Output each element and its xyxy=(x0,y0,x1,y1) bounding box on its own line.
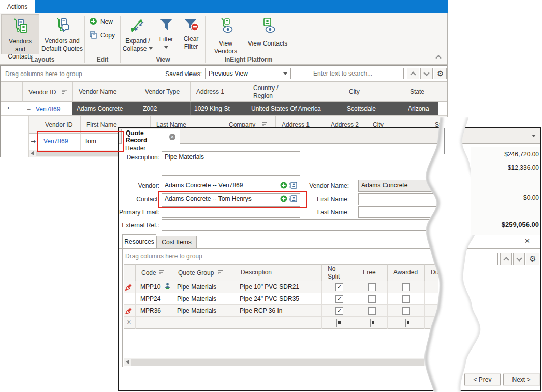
free-checkbox[interactable] xyxy=(370,319,371,327)
copy-button[interactable]: Copy xyxy=(89,30,118,41)
scroll-left-icon[interactable] xyxy=(126,360,129,364)
resource-code-cell: MPP24 xyxy=(140,295,160,302)
tab-actions-label: Actions xyxy=(7,3,27,10)
resource-quote-group-cell: Pipe Materials xyxy=(177,283,216,291)
col-header-vendor-name[interactable]: Vendor Name xyxy=(72,82,139,102)
vendors-and-contacts-button[interactable]: Vendors and Contacts xyxy=(1,14,39,54)
expand-collapse-label-1: Expand / xyxy=(125,37,150,45)
selected-row-band[interactable]: Adams Concrete Z002 1029 King St United … xyxy=(72,102,438,115)
vendor-label: Vendor: xyxy=(121,182,159,190)
description-label: Description: xyxy=(121,154,159,161)
close-tab-icon[interactable]: ✕ xyxy=(169,134,175,140)
chevron-up-icon xyxy=(503,257,509,263)
tab-resources[interactable]: Resources xyxy=(122,234,156,249)
sort-ascending-icon xyxy=(159,269,166,277)
col-header-quote-group[interactable]: Quote Group xyxy=(172,264,235,281)
resource-description-cell: Pipe 24" PVC SDR35 xyxy=(240,295,299,302)
free-checkbox[interactable] xyxy=(368,295,376,303)
vendor-id-cell[interactable]: − Ven7869 xyxy=(23,103,72,115)
col-header-description[interactable]: Description xyxy=(235,264,321,281)
tab-actions[interactable]: Actions xyxy=(0,0,35,13)
total-amount-2: $12,336.00 xyxy=(463,164,539,171)
add-vendor-icon[interactable] xyxy=(280,182,287,191)
new-button[interactable]: New xyxy=(89,16,118,27)
description-field[interactable]: Pipe Materials xyxy=(162,151,300,176)
col-header-country-region[interactable]: Country / Region xyxy=(247,82,343,102)
collapse-toggle[interactable]: − xyxy=(27,106,31,113)
search-options-button[interactable]: ⚙ xyxy=(434,68,447,79)
clear-filter-button[interactable]: Clear Filter xyxy=(179,16,203,57)
awarded-checkbox[interactable] xyxy=(402,283,410,291)
col-header-state[interactable]: State xyxy=(404,82,438,102)
chevron-down-icon xyxy=(149,47,153,50)
primary-email-field[interactable] xyxy=(162,206,300,218)
find-options-button[interactable]: ⚙ xyxy=(526,253,539,265)
saved-views-combo[interactable]: Previous View xyxy=(205,68,291,79)
free-checkbox[interactable] xyxy=(368,283,376,291)
scrollbar-thumb[interactable] xyxy=(131,359,424,366)
resources-hscrollbar[interactable] xyxy=(124,358,438,366)
expand-collapse-button[interactable]: Expand / Collapse xyxy=(122,16,153,57)
ribbon-collapse-icon[interactable] xyxy=(436,56,441,60)
close-panel-icon[interactable]: ✕ xyxy=(524,237,530,245)
find-next-button[interactable] xyxy=(513,253,525,265)
new-row[interactable] xyxy=(124,317,438,329)
copy-icon xyxy=(89,31,97,40)
external-ref-field[interactable] xyxy=(162,219,438,231)
find-input-fragment[interactable] xyxy=(473,253,498,265)
chevron-up-icon xyxy=(410,71,416,77)
search-input[interactable] xyxy=(310,68,404,79)
vendors-quotes-label: Vendors and Default Quotes xyxy=(41,37,83,52)
saved-views-label: Saved views: xyxy=(155,70,202,78)
awarded-checkbox[interactable] xyxy=(402,295,410,303)
chevron-down-icon xyxy=(283,72,287,75)
first-name-label: First Name: xyxy=(303,196,349,203)
col-header-address-1[interactable]: Address 1 xyxy=(190,82,247,102)
col-header-no-split[interactable]: No Split xyxy=(321,264,357,281)
prev-button-label: < Prev xyxy=(473,376,491,383)
no-split-checkbox[interactable] xyxy=(335,283,343,291)
vendor-name-label: Vendor Name: xyxy=(303,182,349,190)
person-icon xyxy=(165,283,170,292)
titlebar xyxy=(0,0,448,13)
tab-quote-record[interactable]: Quote Record ✕ xyxy=(121,129,180,144)
scroll-left-icon[interactable] xyxy=(31,151,34,155)
view-contacts-button[interactable]: View Contacts xyxy=(247,16,288,57)
saved-views-value: Previous View xyxy=(209,70,283,77)
no-split-checkbox[interactable] xyxy=(336,319,337,327)
resource-code-cell: MPP10 xyxy=(140,283,160,291)
view-vendors-button[interactable]: View Vendors xyxy=(207,16,244,57)
col-header-vendor-id[interactable]: Vendor ID xyxy=(22,82,72,102)
awarded-checkbox[interactable] xyxy=(405,319,406,327)
next-button[interactable]: Next > xyxy=(503,374,539,385)
no-split-checkbox[interactable] xyxy=(335,295,343,303)
filter-button[interactable]: Filter xyxy=(155,16,177,57)
resources-group-by-border xyxy=(122,263,438,263)
fragment-divider-1 xyxy=(470,337,540,337)
expand-collapse-icon xyxy=(130,17,145,34)
free-checkbox[interactable] xyxy=(368,307,376,315)
sort-ascending-icon xyxy=(218,269,224,277)
contact-card-icon[interactable] xyxy=(289,182,297,191)
vendor-combo[interactable]: Adams Concrete -- Ven7869 xyxy=(162,180,300,192)
tab-cost-items[interactable]: Cost Items xyxy=(156,236,197,249)
col-header-city[interactable]: City xyxy=(343,82,404,102)
city-cell: Scottsdale xyxy=(347,105,403,112)
clear-filter-label-1: Clear xyxy=(184,35,199,42)
chevron-down-icon xyxy=(423,70,429,76)
col-header-free[interactable]: Free xyxy=(357,264,387,281)
find-prev-button[interactable] xyxy=(500,253,512,265)
prev-button[interactable]: < Prev xyxy=(464,374,501,385)
search-prev-button[interactable] xyxy=(407,68,419,79)
vendor-id-link[interactable]: Ven7869 xyxy=(36,106,60,113)
vendors-default-quotes-button[interactable]: Vendors and Default Quotes xyxy=(40,14,84,54)
awarded-checkbox[interactable] xyxy=(402,307,410,315)
no-split-checkbox[interactable] xyxy=(335,307,343,315)
chevron-down-icon xyxy=(164,46,168,49)
external-ref-label: External Ref.: xyxy=(115,222,159,229)
col-header-code[interactable]: Code xyxy=(135,264,172,281)
search-next-button[interactable] xyxy=(420,68,433,79)
col-header-vendor-type[interactable]: Vendor Type xyxy=(139,82,190,102)
vendor-type-cell: Z002 xyxy=(143,105,189,112)
view-contacts-icon xyxy=(259,17,276,36)
